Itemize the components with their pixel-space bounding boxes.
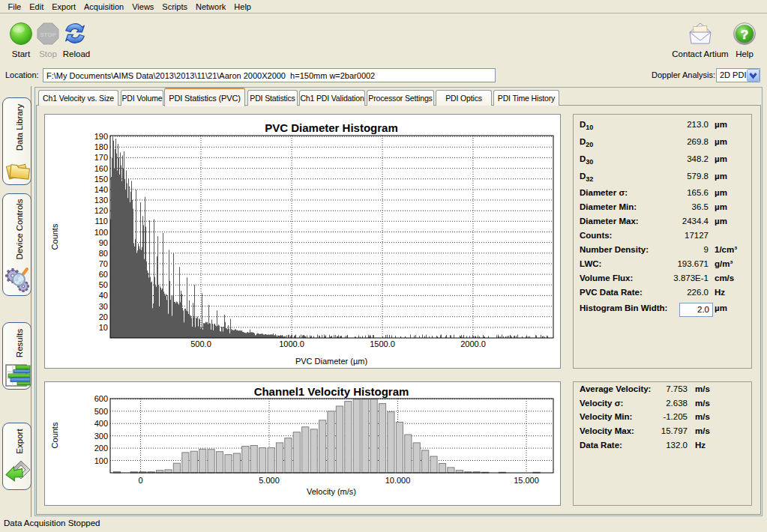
svg-text:0: 0 xyxy=(138,476,142,485)
svg-text:Channel1 Velocity Histogram: Channel1 Velocity Histogram xyxy=(254,385,409,398)
svg-text:Export: Export xyxy=(15,429,24,454)
svg-text:300: 300 xyxy=(94,432,108,441)
svg-text:180: 180 xyxy=(94,142,108,151)
svg-text:2000.0: 2000.0 xyxy=(460,339,486,348)
svg-text:PVC Diameter (µm): PVC Diameter (µm) xyxy=(295,357,367,366)
svg-text:Counts: Counts xyxy=(50,223,59,250)
svg-text:50: 50 xyxy=(99,280,108,289)
svg-text:Counts: Counts xyxy=(50,422,59,448)
svg-text:500.0: 500.0 xyxy=(190,339,211,348)
svg-text:80: 80 xyxy=(99,249,108,258)
svg-text:500: 500 xyxy=(94,407,108,416)
svg-text:150: 150 xyxy=(94,175,108,184)
svg-text:110: 110 xyxy=(94,217,108,226)
svg-text:140: 140 xyxy=(94,185,108,194)
svg-text:600: 600 xyxy=(94,394,108,403)
svg-text:Data Library: Data Library xyxy=(15,103,24,151)
svg-text:5.000: 5.000 xyxy=(259,476,280,485)
svg-text:400: 400 xyxy=(94,419,108,428)
svg-text:10: 10 xyxy=(99,323,108,332)
svg-text:20: 20 xyxy=(99,312,108,321)
svg-text:160: 160 xyxy=(94,164,108,173)
svg-text:?: ? xyxy=(741,28,748,42)
svg-text:190: 190 xyxy=(94,132,108,141)
svg-text:30: 30 xyxy=(99,302,108,311)
svg-text:STOP: STOP xyxy=(40,31,56,38)
svg-text:120: 120 xyxy=(94,206,108,215)
svg-text:1500.0: 1500.0 xyxy=(370,339,395,348)
svg-text:200: 200 xyxy=(94,444,108,453)
svg-text:90: 90 xyxy=(99,238,108,247)
svg-text:40: 40 xyxy=(99,291,108,300)
svg-text:PVC Diameter Histogram: PVC Diameter Histogram xyxy=(265,121,398,134)
svg-text:100: 100 xyxy=(94,228,108,237)
svg-text:Velocity (m/s): Velocity (m/s) xyxy=(307,487,356,496)
svg-text:Device Controls: Device Controls xyxy=(15,199,24,259)
svg-text:15.000: 15.000 xyxy=(514,476,539,485)
svg-text:130: 130 xyxy=(94,196,108,205)
svg-text:100: 100 xyxy=(94,456,108,465)
svg-text:Results: Results xyxy=(15,329,24,358)
svg-text:170: 170 xyxy=(94,153,108,162)
svg-text:60: 60 xyxy=(99,270,108,279)
svg-text:1000.0: 1000.0 xyxy=(279,339,304,348)
svg-text:70: 70 xyxy=(99,259,108,268)
svg-text:10.000: 10.000 xyxy=(385,476,411,485)
